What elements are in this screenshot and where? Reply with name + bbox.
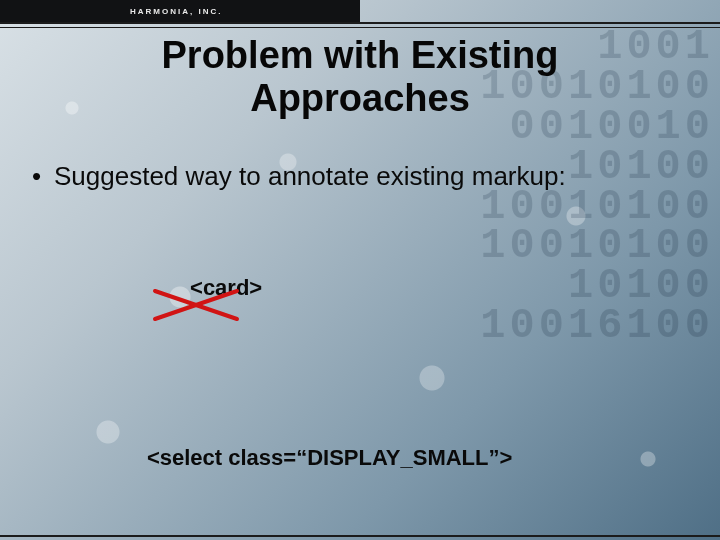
slide-title: Problem with Existing Approaches [0,34,720,119]
title-line-1: Problem with Existing [0,34,720,77]
bottom-divider [0,535,720,537]
title-line-2: Approaches [0,77,720,120]
bullet-item: • Suggested way to annotate existing mar… [32,160,688,193]
code-example: <card> <select class=“DISPLAY_SMALL”> … … [80,203,688,541]
code-line-1: <card> [80,203,688,408]
top-divider [0,22,720,28]
brand-text: HARMONIA, INC. [130,7,222,16]
struck-tag-open: <card> [129,237,262,373]
code-text-2: <select class=“DISPLAY_SMALL”> [147,445,512,470]
brand-bar: HARMONIA, INC. [0,0,360,22]
code-text-1: <card> [190,275,262,300]
bullet-text: Suggested way to annotate existing marku… [54,160,566,193]
slide: 1001 10010100 0010010 10100 10010100 100… [0,0,720,540]
slide-body: • Suggested way to annotate existing mar… [32,160,688,540]
bullet-dot-icon: • [32,160,54,193]
code-line-2: <select class=“DISPLAY_SMALL”> [80,407,688,509]
